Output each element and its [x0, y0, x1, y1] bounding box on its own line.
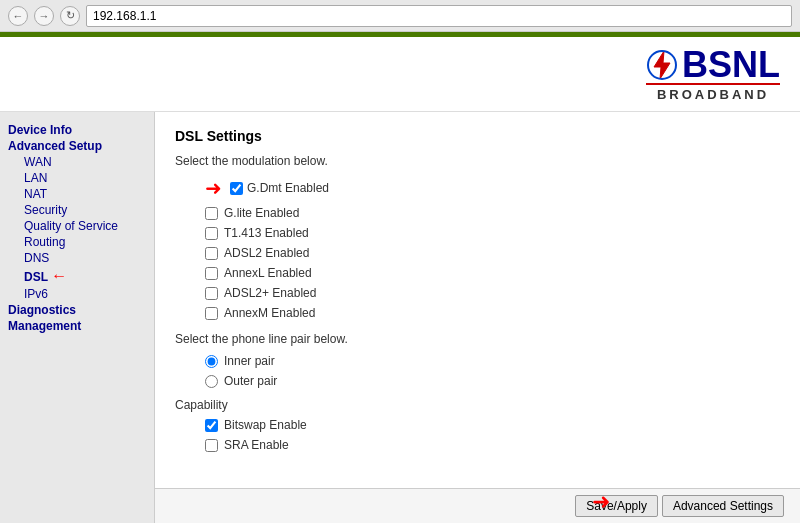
sidebar-item-dsl[interactable]: DSL ←	[8, 266, 146, 286]
option-row-outer: Outer pair	[205, 374, 780, 388]
bitswap-label: Bitswap Enable	[224, 418, 307, 432]
footer-bar: ➜ Save/Apply Advanced Settings	[155, 488, 800, 523]
option-row-gdmt: ➜ G.Dmt Enabled	[205, 176, 780, 200]
annexl-label: AnnexL Enabled	[224, 266, 312, 280]
logo-text: BSNL	[682, 47, 780, 83]
sra-checkbox[interactable]	[205, 439, 218, 452]
sidebar-item-dns[interactable]: DNS	[8, 250, 146, 266]
content-area: DSL Settings Select the modulation below…	[155, 112, 800, 488]
dsl-arrow-icon: ←	[51, 267, 67, 285]
sidebar-item-qos[interactable]: Quality of Service	[8, 218, 146, 234]
header: BSNL BROADBAND	[0, 37, 800, 112]
page-title: DSL Settings	[175, 128, 780, 144]
sidebar-item-nat[interactable]: NAT	[8, 186, 146, 202]
sidebar-item-security[interactable]: Security	[8, 202, 146, 218]
outer-label: Outer pair	[224, 374, 277, 388]
annexm-label: AnnexM Enabled	[224, 306, 315, 320]
sidebar-item-diagnostics[interactable]: Diagnostics	[8, 302, 146, 318]
option-row-bitswap: Bitswap Enable	[205, 418, 780, 432]
phone-label: Select the phone line pair below.	[175, 332, 780, 346]
option-row-inner: Inner pair	[205, 354, 780, 368]
gdmt-label: G.Dmt Enabled	[247, 181, 329, 195]
refresh-button[interactable]: ↻	[60, 6, 80, 26]
dsl-label: DSL	[24, 270, 48, 284]
glite-label: G.lite Enabled	[224, 206, 299, 220]
capability-section: Capability Bitswap Enable SRA Enable	[175, 398, 780, 452]
bsnl-lightning-icon	[646, 49, 678, 81]
footer-arrow-icon: ➜	[592, 489, 610, 515]
forward-button[interactable]: →	[34, 6, 54, 26]
sidebar-item-device-info[interactable]: Device Info	[8, 122, 146, 138]
modulation-label: Select the modulation below.	[175, 154, 780, 168]
sidebar-item-wan[interactable]: WAN	[8, 154, 146, 170]
adsl2-label: ADSL2 Enabled	[224, 246, 309, 260]
adsl2plus-checkbox[interactable]	[205, 287, 218, 300]
t1413-label: T1.413 Enabled	[224, 226, 309, 240]
adsl2plus-label: ADSL2+ Enabled	[224, 286, 316, 300]
option-row-annexm: AnnexM Enabled	[205, 306, 780, 320]
annexl-checkbox[interactable]	[205, 267, 218, 280]
sidebar-item-lan[interactable]: LAN	[8, 170, 146, 186]
sra-label: SRA Enable	[224, 438, 289, 452]
option-row-t1413: T1.413 Enabled	[205, 226, 780, 240]
logo: BSNL BROADBAND	[646, 47, 780, 102]
capability-title: Capability	[175, 398, 780, 412]
bitswap-checkbox[interactable]	[205, 419, 218, 432]
browser-bar: ← → ↻	[0, 0, 800, 32]
back-button[interactable]: ←	[8, 6, 28, 26]
option-row-annexl: AnnexL Enabled	[205, 266, 780, 280]
sidebar-item-ipv6[interactable]: IPv6	[8, 286, 146, 302]
address-bar[interactable]	[86, 5, 792, 27]
svg-marker-0	[654, 51, 670, 79]
glite-checkbox[interactable]	[205, 207, 218, 220]
gdmt-checkbox[interactable]	[230, 182, 243, 195]
sidebar-item-routing[interactable]: Routing	[8, 234, 146, 250]
annexm-checkbox[interactable]	[205, 307, 218, 320]
phone-section: Select the phone line pair below. Inner …	[175, 332, 780, 388]
t1413-checkbox[interactable]	[205, 227, 218, 240]
option-row-glite: G.lite Enabled	[205, 206, 780, 220]
logo-bsnl: BSNL	[646, 47, 780, 83]
logo-broadband: BROADBAND	[646, 83, 780, 102]
option-row-adsl2: ADSL2 Enabled	[205, 246, 780, 260]
sidebar-item-advanced-setup[interactable]: Advanced Setup	[8, 138, 146, 154]
gdmt-arrow-icon: ➜	[205, 176, 222, 200]
inner-label: Inner pair	[224, 354, 275, 368]
save-apply-button[interactable]: Save/Apply	[575, 495, 658, 517]
inner-radio[interactable]	[205, 355, 218, 368]
advanced-settings-button[interactable]: Advanced Settings	[662, 495, 784, 517]
sidebar: Device Info Advanced Setup WAN LAN NAT S…	[0, 112, 155, 523]
option-row-sra: SRA Enable	[205, 438, 780, 452]
option-row-adsl2plus: ADSL2+ Enabled	[205, 286, 780, 300]
sidebar-item-management[interactable]: Management	[8, 318, 146, 334]
outer-radio[interactable]	[205, 375, 218, 388]
main-layout: Device Info Advanced Setup WAN LAN NAT S…	[0, 112, 800, 523]
adsl2-checkbox[interactable]	[205, 247, 218, 260]
